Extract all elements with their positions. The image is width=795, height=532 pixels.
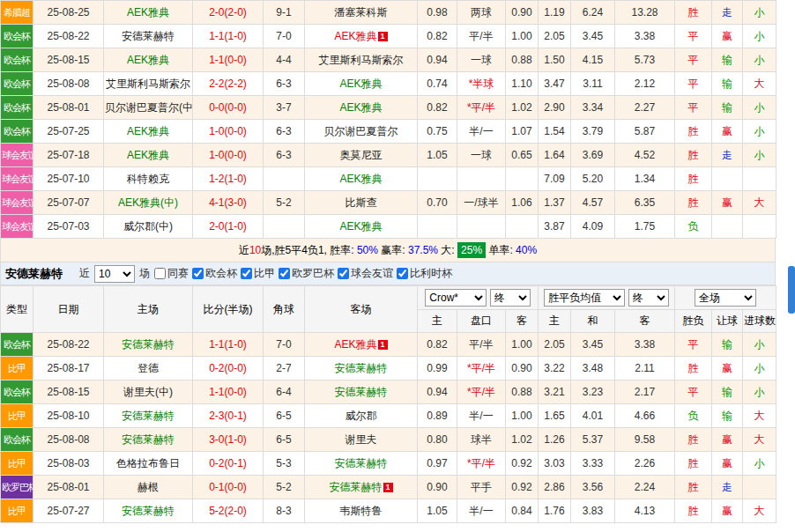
goals-result-cell: 大 (743, 404, 776, 428)
team-name[interactable]: AEK雅典 (127, 6, 169, 18)
team-name[interactable]: 韦斯特鲁 (340, 505, 383, 517)
euro-odds-select[interactable]: 胜平负均值 (544, 289, 625, 307)
team-name[interactable]: 安德莱赫特 (122, 30, 175, 42)
date-cell: 25-08-01 (33, 476, 104, 499)
filter-checkbox-同赛[interactable]: 同赛 (154, 266, 189, 281)
team-name[interactable]: 威尔郡 (345, 410, 377, 422)
match-result-cell: 胜 (675, 120, 712, 144)
team-name[interactable]: 安德莱赫特 (122, 505, 175, 517)
team-name[interactable]: 潘塞莱科斯 (335, 6, 388, 18)
score-cell: 4-1(3-0) (193, 191, 264, 215)
corners-cell: 6-3 (264, 72, 305, 96)
odds-time-select[interactable]: 终 (490, 289, 531, 307)
checkbox-input[interactable] (338, 268, 349, 279)
league-cell: 欧会杯 (1, 428, 33, 452)
team-name[interactable]: 艾里斯利马斯索尔 (319, 54, 404, 66)
asian-home-odds-cell (418, 215, 457, 239)
team-name[interactable]: AEK雅典 (127, 149, 169, 161)
filter-checkbox-比利时杯[interactable]: 比利时杯 (397, 266, 452, 281)
score-cell: 5-2(2-0) (193, 499, 264, 523)
team-name[interactable]: 奥莫尼亚 (340, 149, 383, 161)
col-header-home: 主场 (104, 286, 193, 333)
summary-segment: 单率: (486, 244, 516, 256)
team-name[interactable]: 安德莱赫特 (335, 457, 388, 469)
team-name[interactable]: 科特赖克 (127, 173, 169, 185)
goals-result-cell (743, 167, 776, 191)
odds-source-select[interactable]: Crow* (425, 289, 487, 307)
filter-checkbox-比甲[interactable]: 比甲 (241, 266, 275, 281)
checkbox-input[interactable] (397, 268, 408, 279)
euro-away-odds-cell: 2.24 (615, 476, 675, 499)
away-team-cell: AEK雅典1 (305, 25, 418, 48)
asian-away-odds-cell: 0.92 (506, 476, 539, 499)
date-cell: 25-08-15 (33, 381, 104, 404)
team-name[interactable]: AEK雅典(中) (118, 196, 178, 209)
away-team-cell: 奥莫尼亚 (305, 144, 418, 167)
team-name[interactable]: 贝尔谢巴夏普尔(中) (105, 101, 193, 114)
euro-away-odds-cell: 5.73 (615, 48, 675, 72)
euro-away-odds-cell: 5.87 (615, 120, 675, 144)
team-name[interactable]: AEK雅典 (127, 125, 169, 137)
team-name[interactable]: 威尔郡(中) (123, 220, 173, 233)
team-name[interactable]: 安德莱赫特 (122, 338, 175, 351)
filter-checkbox-球会友谊[interactable]: 球会友谊 (338, 266, 393, 281)
team-name[interactable]: AEK雅典 (339, 78, 382, 90)
red-card-badge: 1 (383, 483, 393, 492)
scrollbar-thumb[interactable] (788, 266, 795, 314)
team-name[interactable]: 安德莱赫特 (335, 386, 388, 398)
match-row: 球会友谊25-07-03威尔郡(中)2-0(1-0)AEK雅典3.874.091… (1, 215, 776, 239)
checkbox-input[interactable] (241, 268, 252, 279)
checkbox-input[interactable] (279, 268, 290, 279)
team-name[interactable]: AEK雅典 (339, 220, 382, 233)
team-name[interactable]: 贝尔谢巴夏普尔 (324, 125, 398, 137)
team-name[interactable]: 谢里夫(中) (123, 386, 173, 398)
home-team-cell: AEK雅典 (104, 144, 193, 167)
home-team-cell: AEK雅典 (104, 120, 193, 144)
match-row: 欧会杯25-08-01贝尔谢巴夏普尔(中)0-0(0-0)3-7AEK雅典0.8… (1, 96, 776, 120)
team-name[interactable]: AEK雅典 (339, 173, 382, 185)
league-cell: 欧会杯 (1, 72, 33, 96)
aek-history-table: 希腊超25-08-25AEK雅典2-0(2-0)9-1潘塞莱科斯0.98两球0.… (0, 0, 776, 239)
checkbox-input[interactable] (192, 268, 204, 279)
recent-count-select[interactable]: 10 (94, 265, 135, 283)
handicap-cell: 一球 (457, 144, 506, 167)
scope-select[interactable]: 全场 (695, 289, 756, 307)
team-name[interactable]: 赫根 (137, 481, 159, 493)
euro-time-select[interactable]: 终 (628, 289, 669, 307)
asian-home-odds-cell: 0.75 (418, 120, 457, 144)
goals-result-cell: 大 (743, 428, 776, 452)
team-name[interactable]: 色格拉布鲁日 (116, 457, 180, 469)
team-name[interactable]: 安德莱赫特1 (330, 481, 393, 493)
team-name[interactable]: AEK雅典 (127, 54, 169, 66)
handicap-result-cell: 走 (712, 476, 743, 499)
euro-draw-odds-cell: 5.20 (571, 167, 615, 191)
team-name[interactable]: 谢里夫 (345, 433, 377, 446)
filter-checkbox-欧会杯[interactable]: 欧会杯 (192, 266, 237, 281)
match-result-cell: 平 (675, 381, 712, 404)
team-name[interactable]: 安德莱赫特 (122, 433, 175, 446)
euro-draw-odds-cell: 6.24 (571, 1, 615, 25)
away-team-cell: AEK雅典1 (305, 333, 418, 357)
asian-home-odds-cell: 0.98 (418, 1, 457, 25)
team-name[interactable]: AEK雅典1 (334, 30, 387, 42)
corners-cell: 4-4 (264, 48, 305, 72)
euro-draw-odds-cell: 3.11 (571, 72, 615, 96)
corners-cell: 3-7 (264, 96, 305, 120)
team-name[interactable]: 登德 (137, 362, 159, 374)
date-cell: 25-07-03 (33, 215, 104, 239)
euro-home-odds-cell: 3.47 (539, 72, 571, 96)
euro-home-odds-cell: 7.09 (539, 167, 571, 191)
team-name[interactable]: 安德莱赫特 (122, 410, 175, 422)
filter-checkbox-欧罗巴杯[interactable]: 欧罗巴杯 (279, 266, 334, 281)
handicap-result-cell: 赢 (712, 25, 743, 48)
corners-cell: 5-3 (264, 452, 305, 476)
team-name[interactable]: 安德莱赫特 (335, 362, 388, 374)
team-name[interactable]: 比斯查 (345, 196, 377, 209)
checkbox-input[interactable] (154, 268, 166, 279)
team-name[interactable]: AEK雅典 (339, 101, 382, 114)
team-name[interactable]: AEK雅典1 (334, 338, 387, 351)
team-name[interactable]: 艾里斯利马斯索尔 (106, 78, 190, 90)
league-cell: 比甲 (1, 357, 33, 381)
league-cell: 球会友谊 (1, 191, 33, 215)
match-result-cell: 平 (675, 25, 712, 48)
